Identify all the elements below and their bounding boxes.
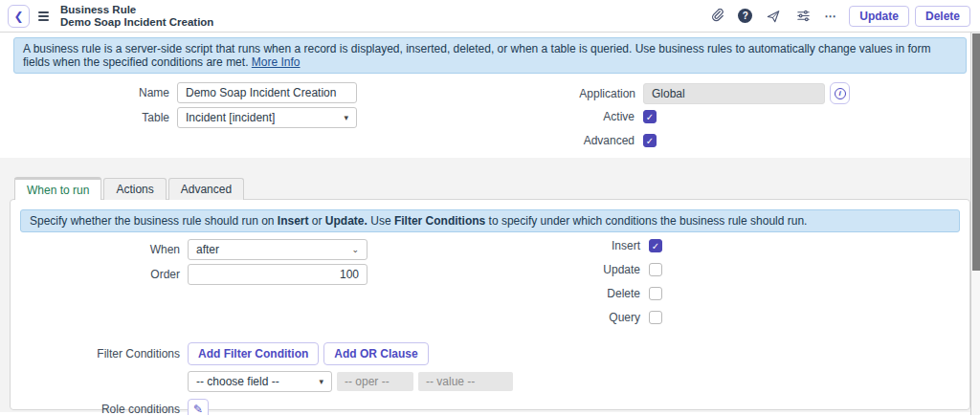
back-button[interactable]: ❮ [8,5,30,28]
scrollbar-thumb[interactable] [972,33,980,271]
vertical-scrollbar[interactable] [970,33,980,415]
more-info-link[interactable]: More Info [252,55,301,69]
more-options-icon[interactable]: ⋯ [824,10,836,23]
delete-button[interactable]: Delete [915,6,970,27]
when-to-run-info-banner: Specify whether the business rule should… [20,209,960,232]
advanced-checkbox[interactable] [643,134,657,147]
table-field-row: Table Incident [incident] ▾ [0,107,484,128]
insert-label: Insert [490,239,649,252]
advanced-field-row: Advanced [484,134,969,147]
update-label: Update [490,263,649,276]
filter-conditions-row: Filter Conditions Add Filter Condition A… [11,342,969,365]
when-to-run-left-column: When after ⌄ Order [11,239,490,335]
condition-builder-row: -- choose field -- ▾ -- oper -- -- value… [11,371,969,392]
help-icon[interactable]: ? [738,9,752,23]
application-label: Application [484,87,643,100]
when-to-run-form: When after ⌄ Order Insert [11,232,969,335]
filter-conditions-label: Filter Conditions [11,347,188,360]
header-bar: ❮ Business Rule Demo Soap Incident Creat… [0,0,980,33]
section-tabs: When to run Actions Advanced [14,178,970,200]
name-label: Name [0,86,177,99]
when-to-run-panel: Specify whether the business rule should… [10,199,970,410]
delete-field-row: Delete [490,287,969,300]
record-type-label: Business Rule [60,4,213,16]
paper-plane-icon[interactable] [765,8,782,25]
order-field-row: Order [11,264,490,285]
header-buttons: Update Delete [849,6,970,27]
table-select[interactable]: Incident [incident] ▾ [177,107,357,128]
order-label: Order [11,268,188,281]
banner-text: A business rule is a server-side script … [23,42,931,69]
application-field-row: Application Global i [484,82,969,104]
active-label: Active [484,110,643,123]
related-sections-area: When to run Actions Advanced Specify whe… [0,158,980,412]
application-readonly-field: Global [643,83,825,104]
add-filter-condition-button[interactable]: Add Filter Condition [188,342,319,365]
select-chevron-icon: ⌄ [351,245,359,254]
choose-field-select[interactable]: -- choose field -- ▾ [188,371,332,392]
value-field-disabled: -- value -- [418,372,513,391]
when-to-run-right-column: Insert Update Delete Query [490,239,969,335]
delete-checkbox[interactable] [649,287,662,300]
name-input[interactable] [177,82,357,103]
business-rule-info-banner: A business rule is a server-side script … [13,37,967,74]
query-checkbox[interactable] [649,311,662,324]
dropdown-caret-icon: ▾ [344,113,348,122]
info-icon: i [835,88,846,99]
update-button[interactable]: Update [849,6,909,27]
pencil-icon: ✎ [193,403,203,415]
query-field-row: Query [490,311,969,324]
tab-advanced[interactable]: Advanced [168,178,244,200]
record-form: Name Table Incident [incident] ▾ Applica… [0,74,980,158]
query-label: Query [490,311,649,324]
insert-field-row: Insert [490,239,969,252]
page-title: Business Rule Demo Soap Incident Creatio… [60,4,213,29]
business-rule-form-page: ❮ Business Rule Demo Soap Incident Creat… [0,0,980,415]
active-field-row: Active [484,110,969,123]
insert-checkbox[interactable] [649,239,662,252]
advanced-label: Advanced [484,134,643,147]
table-label: Table [0,111,177,124]
tab-when-to-run[interactable]: When to run [14,177,101,200]
update-checkbox[interactable] [649,263,662,276]
when-field-row: When after ⌄ [11,239,490,260]
operator-field-disabled: -- oper -- [337,372,413,391]
form-context-menu-icon[interactable] [38,11,49,21]
update-field-row: Update [490,263,969,276]
form-right-column: Application Global i Active Advanced [484,82,969,158]
dropdown-caret-icon: ▾ [319,377,323,386]
when-label: When [11,243,188,256]
role-conditions-label: Role conditions [11,403,188,415]
attachment-icon[interactable] [708,8,725,25]
order-input[interactable] [188,264,368,285]
active-checkbox[interactable] [643,110,657,123]
when-select[interactable]: after ⌄ [188,239,368,260]
name-field-row: Name [0,82,484,103]
chevron-left-icon: ❮ [13,10,23,23]
application-info-button[interactable]: i [830,82,850,104]
role-conditions-row: Role conditions ✎ [11,399,969,415]
tab-actions[interactable]: Actions [103,178,166,200]
personalize-form-icon[interactable] [794,8,812,25]
edit-role-conditions-button[interactable]: ✎ [188,399,209,415]
record-name-label: Demo Soap Incident Creation [60,16,213,29]
header-actions: ? ⋯ Update Delete [708,6,970,27]
form-left-column: Name Table Incident [incident] ▾ [0,82,484,158]
add-or-clause-button[interactable]: Add OR Clause [323,342,428,365]
delete-label: Delete [490,287,649,300]
